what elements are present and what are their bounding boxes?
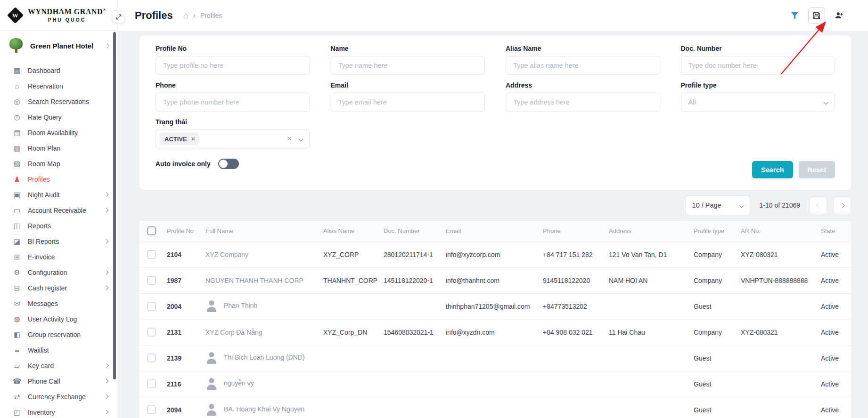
sidebar-item-label: Reservation: [28, 82, 63, 90]
table-row[interactable]: 2131 XYZ Corp Đà Nẵng XYZ_Corp_DN 154608…: [139, 319, 851, 345]
reset-button[interactable]: Reset: [799, 161, 835, 178]
cell-full-name: NGUYEN THANH THANH CORP: [200, 267, 318, 293]
sidebar-item[interactable]: ▦ Dashboard: [0, 63, 117, 78]
cell-address: [603, 397, 688, 418]
sidebar-item[interactable]: ⚙ Configuration: [0, 265, 117, 280]
text-input[interactable]: [331, 56, 485, 75]
chevron-down-icon: [824, 100, 828, 104]
row-checkbox[interactable]: [147, 405, 156, 414]
sidebar-item[interactable]: ⌂ Reservation: [0, 78, 117, 94]
profile-name-link[interactable]: Phan Thinh: [224, 302, 257, 309]
chevron-right-icon: [104, 270, 109, 275]
auto-invoice-toggle[interactable]: [218, 159, 239, 169]
text-input[interactable]: [331, 93, 485, 112]
sidebar-item[interactable]: ◍ User Activity Log: [0, 311, 117, 327]
text-input[interactable]: [506, 56, 660, 75]
row-checkbox[interactable]: [147, 354, 156, 362]
sidebar-item[interactable]: ◧ Group reservation: [0, 327, 117, 342]
sidebar-item[interactable]: ◰ Inventory: [0, 404, 117, 418]
sidebar-item-icon: ⇄: [12, 393, 22, 401]
profile-name-link[interactable]: XYZ Company: [205, 251, 248, 258]
row-checkbox[interactable]: [147, 302, 156, 311]
hotel-selector[interactable]: Green Planet Hotel: [0, 31, 117, 60]
status-tag-label: ACTIVE: [164, 136, 187, 143]
cell-alias: [318, 371, 378, 397]
profile-name-link[interactable]: BA. Hoang Khai Vy Nguyen: [224, 405, 304, 413]
sidebar-item-icon: ▦: [12, 66, 22, 75]
profile-name-link[interactable]: XYZ Corp Đà Nẵng: [205, 329, 262, 336]
sidebar-item[interactable]: ⊟ Cash register: [0, 280, 117, 296]
sidebar-scrollbar-thumb[interactable]: [113, 32, 116, 379]
sidebar-item[interactable]: ✉ Messages: [0, 296, 117, 311]
filter-field: Alias Name: [506, 45, 660, 75]
cell-state: Active: [815, 293, 851, 319]
sidebar-item[interactable]: ▧ Room Map: [0, 156, 117, 171]
page-size-select[interactable]: 10 / Page: [685, 195, 750, 215]
sidebar-item[interactable]: ◪ BI Reports: [0, 233, 117, 249]
chevron-right-icon: [104, 208, 109, 213]
text-input[interactable]: [506, 93, 660, 112]
sidebar-item[interactable]: ⊞ E-invoice: [0, 249, 117, 265]
sidebar-item-icon: ◎: [12, 97, 22, 106]
table-row[interactable]: 2139 Thi Bich Loan Luong (DND) Guest: [139, 345, 851, 371]
filter-buttons: Search Reset: [752, 161, 835, 178]
text-input[interactable]: [156, 56, 310, 75]
table-row[interactable]: 2004 Phan Thinh thinhphan71205@gmail.com…: [139, 293, 851, 319]
column-header: Alias Name: [318, 221, 378, 241]
sidebar-collapse-button[interactable]: [112, 10, 125, 23]
remove-tag-icon[interactable]: ×: [191, 135, 195, 143]
breadcrumb-separator: ›: [193, 11, 196, 20]
field-label: Address: [506, 81, 660, 89]
table-row[interactable]: 2094 BA. Hoang Khai Vy Nguyen Guest: [139, 397, 851, 418]
sidebar-item[interactable]: ⇄ Currency Exchange: [0, 389, 117, 404]
cell-email: [440, 345, 537, 371]
select-all-checkbox[interactable]: [147, 226, 156, 235]
profile-name-link[interactable]: Thi Bich Loan Luong (DND): [224, 354, 305, 361]
profile-name-link[interactable]: nguyễn vy: [224, 379, 254, 387]
sidebar-item-icon: ▱: [12, 362, 22, 370]
sidebar-item[interactable]: ▭ Account Receivable: [0, 202, 117, 218]
sidebar-item[interactable]: ▥ Room Plan: [0, 140, 117, 156]
text-input[interactable]: [156, 93, 310, 112]
next-page-button[interactable]: [834, 197, 851, 214]
home-icon[interactable]: ⌂: [183, 11, 188, 20]
status-select[interactable]: ACTIVE × ×: [156, 129, 310, 148]
sidebar-item[interactable]: ♟ Profiles: [0, 171, 117, 187]
clear-icon[interactable]: ×: [287, 134, 292, 144]
chevron-right-icon: [104, 239, 109, 244]
cell-phone: [537, 397, 603, 418]
table-row[interactable]: 2116 nguyễn vy Guest: [139, 371, 851, 397]
text-input[interactable]: [681, 56, 835, 75]
row-checkbox[interactable]: [147, 276, 156, 285]
profile-type-select[interactable]: All: [681, 93, 835, 112]
row-checkbox[interactable]: [147, 250, 156, 259]
add-profile-button[interactable]: [830, 7, 847, 24]
guest-avatar-icon: [205, 378, 217, 390]
prev-page-button[interactable]: [810, 197, 827, 214]
sidebar-item[interactable]: ◫ Reports: [0, 218, 117, 233]
sidebar-item[interactable]: ▣ Night Audit: [0, 187, 117, 202]
save-view-button[interactable]: [808, 7, 825, 24]
sidebar-item[interactable]: ≡ Waitlist: [0, 342, 117, 358]
column-header: Full Name: [200, 221, 318, 241]
sidebar-item[interactable]: ◎ Search Reservations: [0, 94, 117, 109]
cell-profile-no: 1987: [161, 267, 200, 293]
cell-profile-type: Guest: [688, 397, 735, 418]
sidebar-item-icon: ⚙: [12, 268, 22, 277]
registered-mark: ®: [103, 8, 106, 12]
profile-name-link[interactable]: NGUYEN THANH THANH CORP: [205, 277, 303, 284]
sidebar-item[interactable]: ▤ Room Availability: [0, 125, 117, 140]
table-row[interactable]: 1987 NGUYEN THANH THANH CORP THANHNT_COR…: [139, 267, 851, 293]
filter-button[interactable]: [786, 7, 803, 24]
cell-email: info@xyzcorp.com: [440, 241, 537, 267]
row-checkbox[interactable]: [147, 328, 156, 337]
table-row[interactable]: 2104 XYZ Company XYZ_CORP 280120211714-1…: [139, 241, 851, 267]
sidebar-item[interactable]: ◷ Rate Query: [0, 109, 117, 125]
sidebar-item[interactable]: ▱ Key card: [0, 358, 117, 373]
brand-text: WYNDHAM GRAND® PHU QUOC: [28, 8, 106, 23]
sidebar-item-icon: ☎: [12, 377, 22, 386]
filter-actions-row: Auto invoice only Search Reset: [156, 159, 835, 178]
search-button[interactable]: Search: [752, 161, 793, 178]
row-checkbox[interactable]: [147, 379, 156, 388]
sidebar-item[interactable]: ☎ Phone Call: [0, 373, 117, 389]
